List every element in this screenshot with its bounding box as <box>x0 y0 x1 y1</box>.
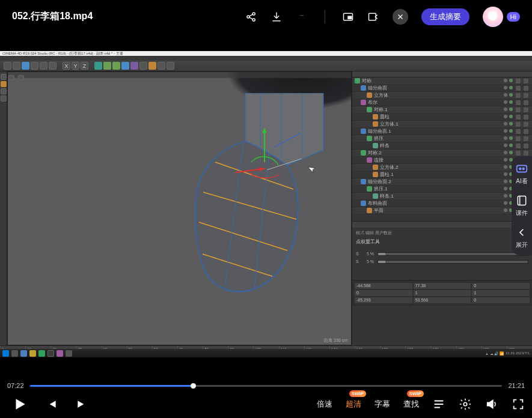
axis-x-toggle[interactable]: X <box>63 62 70 70</box>
object-row[interactable]: 圆柱.1 <box>352 171 532 178</box>
user-avatar-group[interactable]: Hi <box>483 7 520 27</box>
object-row[interactable]: 立方体.2 <box>352 164 532 171</box>
generate-summary-button[interactable]: 生成摘要 <box>421 8 469 25</box>
coord-cell[interactable]: -85.293 <box>355 297 412 303</box>
duration-label: 21:21 <box>508 382 525 389</box>
tool-redo[interactable] <box>13 62 20 70</box>
attribute-manager[interactable]: 模式 编辑 用户数据 点权重工具 S5 %S5 % -44.58877.3800… <box>352 222 532 345</box>
system-tray[interactable]: ▲ ☁ 🔊 📶 21:26 2023/7/1 <box>485 351 530 356</box>
coordinates-panel: -44.58877.380011-85.29353.5680 <box>352 280 532 306</box>
tool-live-select[interactable] <box>22 62 29 70</box>
share-icon[interactable] <box>245 11 257 23</box>
object-row[interactable]: 挤压.1 <box>352 186 532 193</box>
play-button[interactable] <box>12 396 28 412</box>
object-row[interactable]: 圆柱 <box>352 114 532 121</box>
video-title: 052.行李箱18.mp4 <box>12 10 245 23</box>
courseware-button[interactable]: 课件 <box>515 194 528 217</box>
tool-move[interactable] <box>31 62 38 70</box>
volume-icon[interactable] <box>485 398 498 411</box>
coord-cell[interactable]: 77.38 <box>414 283 471 289</box>
object-row[interactable]: 平面 <box>352 207 532 214</box>
tool-undo[interactable] <box>4 62 11 70</box>
object-row[interactable]: 对称 <box>352 77 532 85</box>
tool-deformer[interactable] <box>130 62 138 70</box>
next-button[interactable] <box>76 398 88 410</box>
fullscreen-icon[interactable] <box>512 398 525 411</box>
progress-thumb[interactable] <box>191 383 196 389</box>
attr-slider-row[interactable]: S5 % <box>356 250 528 258</box>
task-app3[interactable] <box>66 350 72 357</box>
tool-render[interactable] <box>157 62 165 70</box>
app-menubar <box>0 56 532 61</box>
tool-spline[interactable] <box>103 62 111 70</box>
task-explorer[interactable] <box>29 350 36 357</box>
prev-button[interactable] <box>46 398 58 410</box>
object-manager[interactable]: 对称细分曲面立方体布尔对称.1圆柱立方体.1细分曲面.1挤压样条对称.2连接立方… <box>352 71 532 222</box>
object-row[interactable]: 立方体 <box>352 92 532 99</box>
object-label: 细分曲面.1 <box>368 128 391 135</box>
attr-tabs[interactable] <box>352 222 532 228</box>
tool-subdiv[interactable] <box>121 62 129 70</box>
coord-cell[interactable]: 0 <box>472 283 530 289</box>
coord-cell[interactable]: 1 <box>472 290 530 296</box>
attr-mode-row: 模式 编辑 用户数据 <box>356 230 528 236</box>
download-icon[interactable] <box>271 11 283 23</box>
coord-cell[interactable]: 0 <box>472 297 530 303</box>
task-edge[interactable] <box>20 350 27 357</box>
object-row[interactable]: 连接 <box>352 157 532 164</box>
object-row[interactable]: 布尔 <box>352 99 532 106</box>
start-button[interactable] <box>2 350 9 357</box>
object-row[interactable]: 细分曲面 <box>352 85 532 92</box>
pip-icon[interactable] <box>342 11 354 23</box>
subtitle-button[interactable]: 字幕 <box>375 399 390 410</box>
tool-camera[interactable] <box>139 62 147 70</box>
playlist-icon[interactable] <box>432 398 445 411</box>
settings-icon[interactable] <box>459 398 472 411</box>
gizmo-y-axis[interactable] <box>264 129 265 162</box>
speed-button[interactable]: 倍速 <box>317 399 332 410</box>
object-row[interactable]: 细分曲面.2 <box>352 178 532 186</box>
mode-point[interactable] <box>1 81 7 87</box>
task-c4d[interactable] <box>47 350 54 357</box>
coord-cell[interactable]: 53.568 <box>414 297 471 303</box>
axis-y-toggle[interactable]: Y <box>72 62 79 70</box>
mode-model[interactable] <box>1 74 7 80</box>
viewport[interactable]: 距离 330 cm <box>7 71 352 345</box>
object-row[interactable]: 挤压 <box>352 135 532 142</box>
object-row[interactable]: 样条 <box>352 142 532 150</box>
tool-light[interactable] <box>148 62 156 70</box>
expand-button[interactable]: 展开 <box>515 226 528 249</box>
tool-rotate[interactable] <box>49 62 57 70</box>
task-app2[interactable] <box>57 350 63 357</box>
tray-icons[interactable]: ▲ ☁ 🔊 📶 <box>485 351 504 356</box>
object-row[interactable]: 样条.1 <box>352 193 532 200</box>
object-manager-tabs[interactable] <box>352 71 532 77</box>
vp-camera[interactable] <box>18 75 24 80</box>
coord-cell[interactable]: -44.588 <box>355 283 412 289</box>
find-button[interactable]: 查找 SWIP <box>403 399 419 410</box>
vp-view[interactable] <box>8 75 14 80</box>
attr-slider-row[interactable]: S5 % <box>356 258 528 265</box>
coord-cell[interactable]: 0 <box>355 290 412 296</box>
object-row[interactable]: 细分曲面.1 <box>352 128 532 135</box>
coord-cell[interactable]: 1 <box>414 290 471 296</box>
mode-edge[interactable] <box>1 88 7 94</box>
object-row[interactable]: 对称.2 <box>352 150 532 157</box>
object-row[interactable]: 对称.1 <box>352 106 532 114</box>
mode-polygon[interactable] <box>1 95 7 101</box>
collapse-icon[interactable] <box>367 11 379 23</box>
tool-extrude[interactable] <box>112 62 120 70</box>
tool-scale[interactable] <box>40 62 47 70</box>
quality-button[interactable]: 超清 SWIP <box>346 399 361 410</box>
object-row[interactable]: 布料曲面 <box>352 200 532 207</box>
object-row[interactable]: 立方体.1 <box>352 121 532 128</box>
progress-track[interactable] <box>30 385 503 387</box>
task-search[interactable] <box>11 350 18 357</box>
more-icon[interactable] <box>296 11 308 23</box>
tool-prim-cube[interactable] <box>94 62 102 70</box>
ai-view-button[interactable]: AI看 <box>515 162 528 186</box>
close-button[interactable] <box>393 9 408 25</box>
tool-render-settings[interactable] <box>167 62 174 70</box>
axis-z-toggle[interactable]: Z <box>81 62 88 70</box>
task-app1[interactable] <box>38 350 45 357</box>
